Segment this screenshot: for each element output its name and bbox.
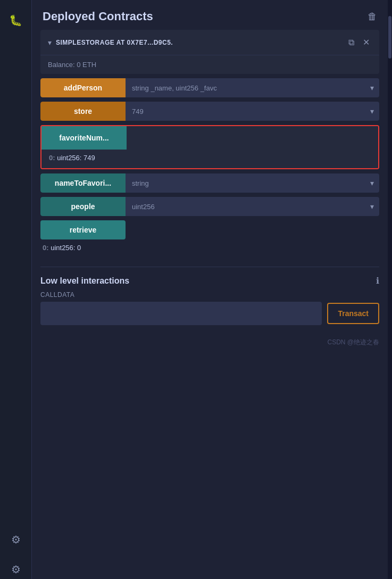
people-chevron-icon[interactable]: ▾ (365, 197, 379, 216)
favorite-num-button[interactable]: favoriteNum... (41, 126, 127, 150)
close-icon[interactable]: ✕ (361, 36, 372, 48)
name-to-favori-chevron-icon[interactable]: ▾ (365, 173, 379, 193)
plugin-icon[interactable]: ⚙ (6, 530, 26, 549)
retrieve-section: retrieve 0: uint256: 0 (40, 220, 379, 254)
store-row: store ▾ (40, 102, 379, 121)
retrieve-value: 0 (77, 244, 81, 252)
settings-icon[interactable]: ⚙ (6, 560, 26, 579)
add-person-row: addPerson ▾ (40, 78, 379, 97)
calldata-row: Transact (40, 302, 379, 325)
name-to-favori-row: nameToFavori... ▾ (40, 173, 379, 193)
retrieve-type: uint256: (51, 244, 75, 252)
main-content: Deployed Contracts 🗑 ▾ SIMPLESTORAGE AT … (32, 0, 388, 579)
retrieve-result: 0: uint256: 0 (40, 242, 379, 254)
info-icon[interactable]: ℹ (376, 276, 379, 286)
store-input[interactable] (126, 102, 365, 121)
contract-name: SIMPLESTORAGE AT 0X7E7...D9C5. (56, 39, 342, 46)
people-input[interactable] (126, 197, 365, 216)
divider (40, 267, 379, 267)
retrieve-index: 0: (43, 244, 51, 252)
retrieve-button[interactable]: retrieve (40, 220, 126, 239)
watermark: CSDN @绝迹之春 (32, 334, 388, 351)
favorite-num-row: favoriteNum... (41, 126, 378, 150)
transact-button[interactable]: Transact (327, 303, 379, 324)
store-chevron-icon[interactable]: ▾ (365, 102, 379, 121)
page-title: Deployed Contracts (43, 10, 153, 23)
result-value: 749 (84, 154, 95, 162)
sidebar: 🐛 ⚙ ⚙ (0, 0, 32, 579)
low-level-section: Low level interactions ℹ CALLDATA Transa… (32, 276, 388, 334)
favorite-num-section: favoriteNum... 0: uint256: 749 (40, 125, 379, 169)
trash-icon[interactable]: 🗑 (368, 11, 377, 22)
result-type: uint256: (57, 154, 81, 162)
functions-area: addPerson ▾ store ▾ favoriteNum... 0: ui… (32, 78, 388, 262)
copy-icon[interactable]: ⧉ (346, 37, 356, 48)
scrollbar[interactable] (388, 0, 392, 579)
people-row: people ▾ (40, 197, 379, 216)
people-button[interactable]: people (40, 197, 126, 216)
add-person-button[interactable]: addPerson (40, 78, 126, 97)
contract-header: ▾ SIMPLESTORAGE AT 0X7E7...D9C5. ⧉ ✕ (40, 30, 379, 55)
favorite-num-result: 0: uint256: 749 (41, 150, 378, 168)
header: Deployed Contracts 🗑 (32, 0, 388, 30)
add-person-input[interactable] (126, 78, 365, 97)
name-to-favori-button[interactable]: nameToFavori... (40, 173, 126, 193)
name-to-favori-input[interactable] (126, 173, 365, 193)
calldata-label: CALLDATA (40, 291, 379, 299)
store-button[interactable]: store (40, 102, 126, 121)
contract-section: ▾ SIMPLESTORAGE AT 0X7E7...D9C5. ⧉ ✕ Bal… (40, 30, 379, 74)
calldata-input[interactable] (40, 302, 322, 325)
low-level-title: Low level interactions (40, 276, 129, 286)
contract-chevron-icon[interactable]: ▾ (48, 38, 52, 47)
bug-icon[interactable]: 🐛 (6, 11, 26, 30)
scrollbar-thumb[interactable] (388, 16, 391, 59)
result-index: 0: (49, 154, 57, 162)
low-level-header: Low level interactions ℹ (40, 276, 379, 286)
balance-display: Balance: 0 ETH (40, 55, 379, 74)
add-person-chevron-icon[interactable]: ▾ (365, 78, 379, 97)
